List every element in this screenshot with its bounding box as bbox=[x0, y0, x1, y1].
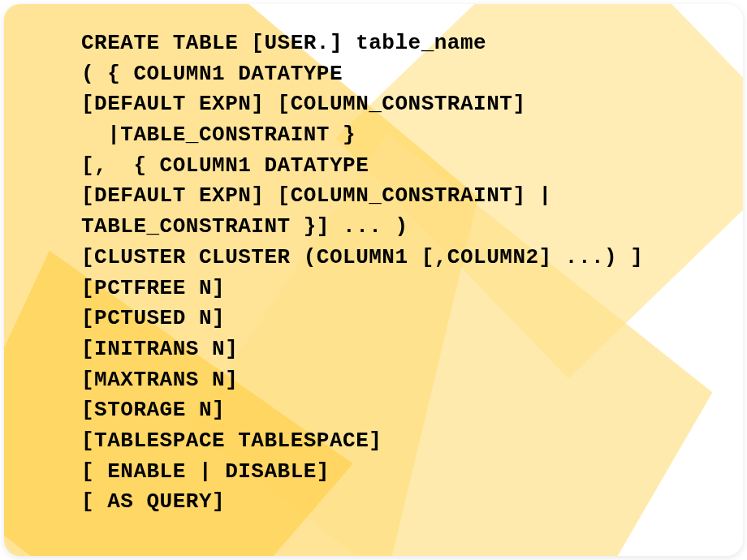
code-line: [DEFAULT EXPN] [COLUMN_CONSTRAINT] bbox=[81, 89, 719, 120]
code-line: [PCTUSED N] bbox=[81, 304, 719, 334]
code-line: TABLE_CONSTRAINT }] ... ) bbox=[81, 212, 719, 243]
code-line: ( { COLUMN1 DATATYPE bbox=[81, 59, 719, 90]
code-line: [DEFAULT EXPN] [COLUMN_CONSTRAINT] | bbox=[81, 181, 719, 212]
code-content: CREATE TABLE [USER.] table_name ( { COLU… bbox=[4, 4, 743, 542]
code-line: [INITRANS N] bbox=[81, 334, 719, 365]
code-line: CREATE TABLE [USER.] table_name bbox=[81, 28, 719, 59]
code-line: [PCTFREE N] bbox=[81, 274, 719, 304]
code-line: [CLUSTER CLUSTER (COLUMN1 [,COLUMN2] ...… bbox=[81, 243, 719, 274]
code-line: |TABLE_CONSTRAINT } bbox=[81, 120, 719, 151]
code-line: [ ENABLE | DISABLE] bbox=[81, 457, 719, 488]
code-line: [STORAGE N] bbox=[81, 395, 719, 426]
code-line: [TABLESPACE TABLESPACE] bbox=[81, 426, 719, 457]
code-line: [MAXTRANS N] bbox=[81, 365, 719, 396]
code-line: [ AS QUERY] bbox=[81, 487, 719, 518]
code-line: [, { COLUMN1 DATATYPE bbox=[81, 151, 719, 182]
slide-container: CREATE TABLE [USER.] table_name ( { COLU… bbox=[4, 4, 743, 556]
